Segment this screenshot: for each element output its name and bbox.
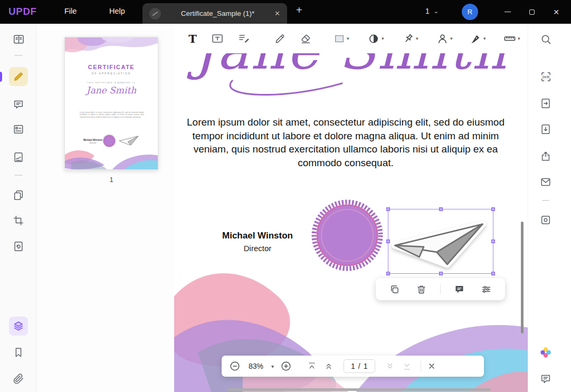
document-canvas[interactable]: Jane Smith Lorem ipsum dolor sit amet, c… <box>174 53 528 392</box>
ruler-icon <box>503 32 516 45</box>
close-button[interactable]: ✕ <box>544 0 568 24</box>
minimize-button[interactable] <box>496 0 520 24</box>
tab-document-icon <box>149 8 161 20</box>
menu-file[interactable]: File <box>64 7 77 15</box>
zoom-level-value[interactable]: 83% <box>247 362 265 370</box>
eraser-tool-button[interactable] <box>296 29 315 48</box>
delete-button[interactable] <box>413 281 429 297</box>
feedback-tool[interactable] <box>536 369 555 388</box>
menu-help[interactable]: Help <box>109 7 125 15</box>
thumbnail-seal-icon <box>102 133 117 148</box>
zoom-out-button[interactable] <box>229 360 241 372</box>
resize-handle-left[interactable] <box>386 240 390 243</box>
signature-stamp-tool-button[interactable]: ▾ <box>436 29 453 48</box>
certificate-seal[interactable] <box>308 196 387 275</box>
measure-tool-button[interactable]: ▾ <box>503 29 520 48</box>
circle-shape-tool-button[interactable]: ▾ <box>368 29 384 48</box>
convert-tool[interactable] <box>9 237 28 256</box>
ocr-label: OCR <box>542 75 549 78</box>
double-chevron-up-icon <box>323 361 334 371</box>
zoom-caret-down-icon[interactable]: ▾ <box>271 364 274 369</box>
caret-down-icon: ▾ <box>483 36 486 41</box>
comment-bubble-icon <box>454 284 465 295</box>
text-box-icon <box>211 32 224 45</box>
zoom-in-button[interactable] <box>280 360 292 372</box>
rail-divider <box>14 175 23 176</box>
layers-icon <box>13 320 24 332</box>
square-shape-tool-button[interactable]: ▾ <box>334 29 349 48</box>
sign-tool[interactable] <box>9 148 28 167</box>
page-indicator[interactable]: 1 / 1 <box>344 359 375 373</box>
thumbnail-awarded-line: THIS CERTIFICATE IS AWARDED TO <box>65 82 158 84</box>
new-tab-button[interactable]: + <box>296 4 302 16</box>
edit-toolbar: T ▾ ▾ ▾ ▾ ▾ <box>174 24 528 53</box>
horizontal-scrollbar[interactable] <box>227 388 491 391</box>
edit-text-tool-button[interactable] <box>234 29 253 48</box>
next-page-button[interactable] <box>385 361 395 371</box>
page-thumbnail[interactable]: CERTIFICATE OF APPRECIATION THIS CERTIFI… <box>64 37 158 170</box>
pin-tool-button[interactable]: ▾ <box>402 29 418 48</box>
main-document-area: T ▾ ▾ ▾ ▾ ▾ <box>174 24 528 392</box>
right-tool-rail: OCR <box>528 24 571 392</box>
compress-tool[interactable] <box>536 120 555 139</box>
ink-signature-tool-button[interactable]: ▾ <box>470 29 486 48</box>
email-tool[interactable] <box>536 173 555 192</box>
thumbnail-body-text: Lorem ipsum dolor sit amet, consectetur … <box>80 111 144 118</box>
signature-page-icon <box>13 151 24 163</box>
convert-file-tool[interactable] <box>536 94 555 113</box>
reader-view-tool[interactable] <box>9 30 28 49</box>
ai-assistant-tool[interactable] <box>536 343 555 362</box>
resize-handle-bottom-left[interactable] <box>386 272 390 275</box>
active-panel-indicator <box>0 72 2 82</box>
organize-pages-tool[interactable] <box>9 186 28 205</box>
total-pages-value: 1 <box>364 362 368 370</box>
toolbar-divider <box>440 284 441 294</box>
resize-handle-right[interactable] <box>491 240 495 243</box>
share-tool[interactable] <box>536 147 555 166</box>
maximize-button[interactable] <box>520 0 544 24</box>
colorful-pinwheel-icon <box>539 346 552 359</box>
pencil-tool-button[interactable] <box>270 29 289 48</box>
text-box-tool-button[interactable] <box>208 29 227 48</box>
signer-block[interactable]: Michael Winston Director <box>205 231 310 253</box>
bookmark-icon <box>13 347 24 358</box>
crop-tool[interactable] <box>9 211 28 230</box>
first-page-button[interactable] <box>307 361 317 371</box>
comment-tool[interactable] <box>9 95 28 114</box>
pen-nib-icon <box>470 33 482 45</box>
vertical-scrollbar[interactable] <box>521 222 524 333</box>
jump-to-top-icon <box>307 361 317 371</box>
caret-down-icon: ▾ <box>347 36 349 41</box>
properties-button[interactable] <box>478 281 494 297</box>
form-tool[interactable] <box>9 120 28 139</box>
last-page-button[interactable] <box>402 361 412 371</box>
left-tool-rail <box>0 24 37 392</box>
tab-close-icon[interactable]: ✕ <box>274 9 280 17</box>
bookmark-tool[interactable] <box>9 343 28 362</box>
user-avatar[interactable]: R <box>462 4 478 20</box>
resize-handle-bottom[interactable] <box>439 272 443 275</box>
selected-plane-sticker[interactable] <box>388 209 493 274</box>
attachment-tool[interactable] <box>9 369 28 388</box>
layers-tool[interactable] <box>9 317 28 336</box>
save-tool[interactable] <box>536 211 555 230</box>
add-comment-button[interactable] <box>452 281 468 297</box>
edit-pdf-tool[interactable] <box>9 67 28 86</box>
resize-handle-top-left[interactable] <box>386 207 390 211</box>
ocr-tool[interactable]: OCR <box>536 67 555 86</box>
search-tool[interactable] <box>536 30 555 49</box>
previous-page-button[interactable] <box>323 361 334 371</box>
window-count-dropdown[interactable]: 1 ⌄ <box>425 7 439 15</box>
certificate-body-text[interactable]: Lorem ipsum dolor sit amet, consectetur … <box>182 116 509 169</box>
signer-role: Director <box>205 244 310 253</box>
close-zoom-toolbar-button[interactable] <box>427 362 436 370</box>
current-page-value: 1 <box>351 362 355 370</box>
copy-button[interactable] <box>387 281 403 297</box>
circle-shape-icon <box>368 33 380 45</box>
document-tab[interactable]: Certificate_Sample (1)* ✕ <box>142 3 287 24</box>
maximize-icon <box>529 9 535 15</box>
text-tool-button[interactable]: T <box>183 29 202 48</box>
resize-handle-bottom-right[interactable] <box>491 272 495 275</box>
resize-handle-top-right[interactable] <box>491 207 495 211</box>
resize-handle-top[interactable] <box>439 207 443 211</box>
